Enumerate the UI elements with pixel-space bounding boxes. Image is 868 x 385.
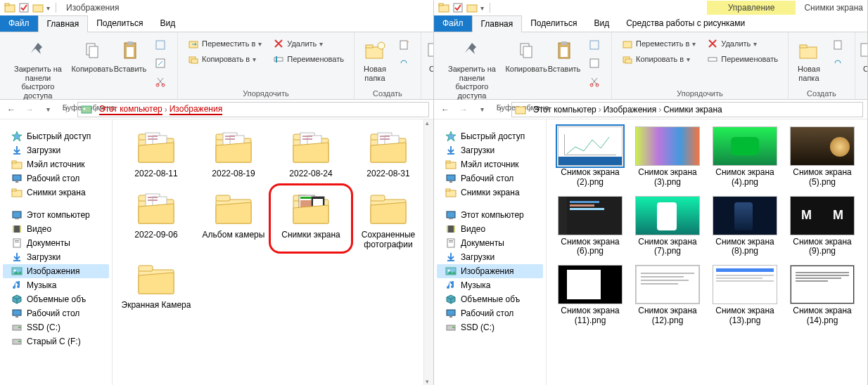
copy-button[interactable]: Копировать xyxy=(72,34,113,77)
up-button[interactable]: ↑ xyxy=(59,103,73,117)
tab-share[interactable]: Поделиться xyxy=(522,15,585,32)
tree-node-downloads2[interactable]: Загрузки xyxy=(3,250,109,264)
copy-path-button[interactable] xyxy=(151,37,170,53)
file-item[interactable]: Снимок экрана (3).png xyxy=(631,126,704,188)
folder-item[interactable]: 2022-08-19 xyxy=(197,126,270,179)
tree-node-thispc[interactable]: Этот компьютер xyxy=(3,208,109,222)
bc-pics[interactable]: Изображения xyxy=(604,105,656,115)
bc-pc[interactable]: Этот компьютер xyxy=(533,105,596,115)
pin-button[interactable]: Закрепить на панели быстрого доступа xyxy=(438,34,506,103)
file-item[interactable]: Снимок экрана (7).png xyxy=(631,196,704,257)
tab-home[interactable]: Главная xyxy=(38,15,89,32)
tab-file[interactable]: Файл xyxy=(434,15,472,32)
tree-node-ssd[interactable]: SSD (C:) xyxy=(3,320,109,334)
qat-checkbox-icon[interactable] xyxy=(452,2,464,13)
pin-button[interactable]: Закрепить на панели быстрого доступа xyxy=(4,34,72,103)
tab-view[interactable]: Вид xyxy=(585,15,618,32)
tree-node-images[interactable]: Изображения xyxy=(437,264,543,278)
rename-button[interactable]: Переименовать xyxy=(270,52,347,66)
delete-button[interactable]: Удалить ▾ xyxy=(704,37,781,51)
folder-item[interactable]: Сохраненные фотографии xyxy=(352,188,425,250)
up-button[interactable]: ↑ xyxy=(493,103,507,117)
file-item[interactable]: MMСнимок экрана (9).png xyxy=(786,196,859,257)
tree-node-documents[interactable]: Документы xyxy=(3,236,109,250)
rename-button[interactable]: Переименовать xyxy=(704,52,781,66)
folder-item[interactable]: Альбом камеры xyxy=(197,188,270,250)
tab-file[interactable]: Файл xyxy=(0,15,38,32)
copy-button[interactable]: Копировать xyxy=(506,34,547,77)
file-item[interactable]: Снимок экрана (14).png xyxy=(786,265,859,326)
tree-node-videos[interactable]: Видео xyxy=(437,222,543,236)
tree-node-screens[interactable]: Снимки экрана xyxy=(3,185,109,200)
file-item[interactable]: Снимок экрана (11).png xyxy=(554,265,627,326)
folder-item[interactable]: 2022-08-11 xyxy=(120,126,193,179)
tree-node-videos[interactable]: Видео xyxy=(3,222,109,236)
new-item-button[interactable] xyxy=(394,37,414,53)
tree-node-downloads2[interactable]: Загрузки xyxy=(437,250,543,264)
properties-button[interactable]: Св xyxy=(426,34,434,77)
file-item[interactable]: Снимок экрана (4).png xyxy=(708,126,781,188)
tree-node-volumes[interactable]: Объемные объ xyxy=(3,292,109,306)
paste-button[interactable]: Вставить xyxy=(113,34,148,77)
tab-picture-tools[interactable]: Средства работы с рисунками xyxy=(618,15,753,32)
tree-node-volumes[interactable]: Объемные объ xyxy=(437,292,543,306)
tree-node-thispc[interactable]: Этот компьютер xyxy=(437,208,543,222)
easy-access-button[interactable] xyxy=(394,55,414,72)
folder-item[interactable]: 2022-08-31 xyxy=(352,126,425,179)
tree-node-mail[interactable]: Мэйл источник xyxy=(437,157,543,171)
qat-checkbox-icon[interactable] xyxy=(18,2,30,13)
content-area[interactable]: Снимок экрана (2).pngСнимок экрана (3).p… xyxy=(547,119,867,385)
qat-folder-icon[interactable] xyxy=(32,2,44,13)
copy-path-button[interactable] xyxy=(585,37,604,53)
bc-pics[interactable]: Изображения xyxy=(170,104,222,115)
breadcrumb[interactable]: › Этот компьютер › Изображения xyxy=(77,102,429,117)
paste-shortcut-button[interactable] xyxy=(585,55,604,72)
tree-node-screens[interactable]: Снимки экрана xyxy=(437,185,543,200)
tree-node-mail[interactable]: Мэйл источник xyxy=(3,157,109,171)
tree-node-downloads[interactable]: Загрузки xyxy=(3,143,109,157)
tree-node-downloads[interactable]: Загрузки xyxy=(437,143,543,157)
tree-node-quick[interactable]: Быстрый доступ xyxy=(437,129,543,143)
copyto-button[interactable]: Копировать в ▾ xyxy=(185,52,264,66)
easy-access-button[interactable] xyxy=(828,55,848,72)
tree-node-documents[interactable]: Документы xyxy=(437,236,543,250)
tree-node-ssd[interactable]: SSD (C:) xyxy=(437,320,543,334)
moveto-button[interactable]: Переместить в ▾ xyxy=(619,37,698,51)
folder-item[interactable]: Экранная Камера xyxy=(120,258,193,311)
history-dropdown[interactable]: ▾ xyxy=(41,103,55,117)
qat-dropdown-icon[interactable]: ▾ xyxy=(46,4,50,12)
tab-home[interactable]: Главная xyxy=(472,15,523,32)
folder-item[interactable]: 2022-08-24 xyxy=(274,126,347,179)
bc-pc[interactable]: Этот компьютер xyxy=(99,104,162,115)
tree-node-desktop[interactable]: Рабочий стол xyxy=(3,171,109,185)
folder-item[interactable]: 2022-09-06 xyxy=(120,188,193,250)
tab-view[interactable]: Вид xyxy=(151,15,184,32)
file-item[interactable]: Снимок экрана (2).png xyxy=(554,126,627,188)
file-item[interactable]: Снимок экрана (8).png xyxy=(708,196,781,257)
newfolder-button[interactable]: Новая папка xyxy=(359,34,391,85)
paste-button[interactable]: Вставить xyxy=(547,34,582,77)
folder-item[interactable]: Снимки экрана xyxy=(274,188,347,250)
tree-node-desktop2[interactable]: Рабочий стол xyxy=(437,306,543,320)
cut-button[interactable] xyxy=(585,73,604,90)
copyto-button[interactable]: Копировать в ▾ xyxy=(619,52,698,66)
back-button[interactable]: ← xyxy=(4,103,18,117)
breadcrumb[interactable]: › Этот компьютер › Изображения › Снимки … xyxy=(511,102,863,117)
forward-button[interactable]: → xyxy=(457,103,471,117)
paste-shortcut-button[interactable] xyxy=(151,55,170,72)
back-button[interactable]: ← xyxy=(438,103,452,117)
tree-node-music[interactable]: Музыка xyxy=(437,278,543,292)
tree-node-desktop2[interactable]: Рабочий стол xyxy=(3,306,109,320)
file-item[interactable]: Снимок экрана (6).png xyxy=(554,196,627,257)
forward-button[interactable]: → xyxy=(23,103,37,117)
moveto-button[interactable]: Переместить в ▾ xyxy=(185,37,264,51)
file-item[interactable]: Снимок экрана (5).png xyxy=(786,126,859,188)
qat-dropdown-icon[interactable]: ▾ xyxy=(480,4,484,12)
scrollbar[interactable] xyxy=(423,119,433,385)
new-item-button[interactable] xyxy=(828,37,848,53)
tab-share[interactable]: Поделиться xyxy=(88,15,151,32)
file-item[interactable]: Снимок экрана (13).png xyxy=(708,265,781,326)
bc-screens[interactable]: Снимки экрана xyxy=(663,105,722,115)
delete-button[interactable]: Удалить ▾ xyxy=(270,37,347,51)
content-area[interactable]: 2022-08-112022-08-192022-08-242022-08-31… xyxy=(113,119,433,385)
